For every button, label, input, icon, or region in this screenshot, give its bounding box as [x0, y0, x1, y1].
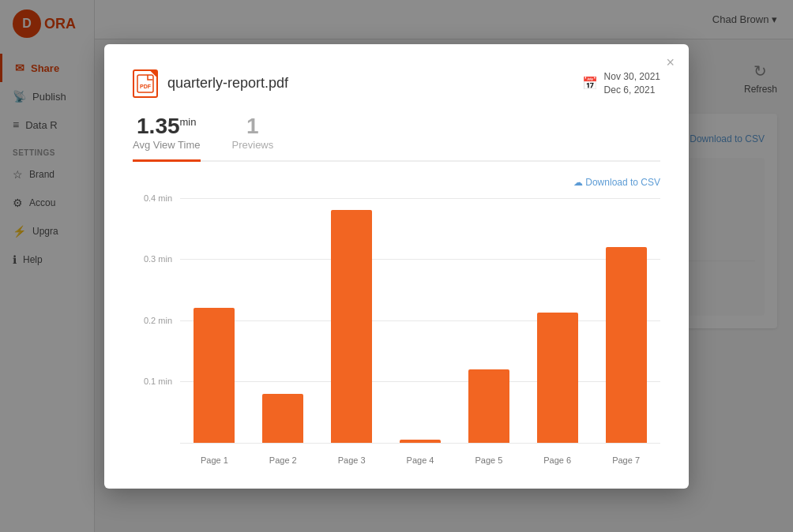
- y-label-1: 0.1 min: [133, 377, 179, 386]
- tab-previews[interactable]: 1 Previews: [232, 114, 274, 160]
- modal: × PDF quarterly-report.pdf 📅 Nov 30, 202…: [104, 44, 689, 489]
- bar-label-page3: Page 3: [338, 455, 366, 465]
- bar-page3: Page 3: [331, 210, 372, 443]
- bar-label-page5: Page 5: [475, 455, 502, 465]
- avg-view-time-label: Avg View Time: [133, 139, 201, 151]
- modal-header: PDF quarterly-report.pdf 📅 Nov 30, 2021 …: [133, 69, 660, 98]
- previews-value: 1: [246, 114, 259, 139]
- modal-close-button[interactable]: ×: [666, 55, 675, 69]
- bar-page1: Page 1: [194, 308, 235, 443]
- modal-date-range: 📅 Nov 30, 2021 Dec 6, 2021: [582, 70, 660, 97]
- bar-page6: Page 6: [537, 313, 578, 442]
- date-from: Nov 30, 2021: [604, 70, 660, 84]
- stats-tabs: 1.35min Avg View Time 1 Previews: [133, 114, 660, 162]
- bar-page5: Page 5: [468, 369, 509, 443]
- bar-group-page3: Page 3: [318, 198, 386, 443]
- bar-group-page1: Page 1: [180, 198, 249, 443]
- modal-overlay: × PDF quarterly-report.pdf 📅 Nov 30, 202…: [0, 0, 793, 532]
- bar-group-page4: Page 4: [386, 198, 455, 443]
- date-lines: Nov 30, 2021 Dec 6, 2021: [604, 70, 660, 97]
- bar-label-page6: Page 6: [543, 455, 571, 465]
- bar-group-page6: Page 6: [523, 198, 592, 443]
- bar-page4: Page 4: [400, 440, 441, 442]
- bars-area: Page 1 Page 2 Page 3: [180, 198, 660, 443]
- avg-view-time-value: 1.35min: [137, 114, 196, 139]
- bar-label-page2: Page 2: [269, 455, 297, 465]
- modal-filename: quarterly-report.pdf: [167, 75, 288, 92]
- bar-group-page5: Page 5: [454, 198, 523, 443]
- bar-group-page7: Page 7: [592, 198, 660, 443]
- y-label-3: 0.3 min: [133, 254, 179, 264]
- y-label-2: 0.2 min: [133, 316, 179, 325]
- bar-page2: Page 2: [262, 394, 303, 443]
- chart-container: 0.4 min 0.3 min 0.2 min 0.1 min Page 1: [133, 198, 660, 466]
- y-axis: 0.4 min 0.3 min 0.2 min 0.1 min: [133, 198, 179, 443]
- svg-text:PDF: PDF: [140, 84, 152, 89]
- previews-label: Previews: [232, 139, 274, 151]
- modal-download-area: ☁ Download to CSV: [133, 174, 660, 189]
- pdf-file-icon: PDF: [133, 69, 158, 98]
- modal-download-csv-link[interactable]: ☁ Download to CSV: [573, 177, 660, 188]
- y-label-4: 0.4 min: [133, 193, 179, 203]
- bar-group-page2: Page 2: [249, 198, 318, 443]
- calendar-icon: 📅: [582, 76, 598, 91]
- bar-label-page1: Page 1: [201, 455, 228, 465]
- bar-label-page7: Page 7: [612, 455, 640, 465]
- grid-line-0: [180, 443, 660, 444]
- date-to: Dec 6, 2021: [604, 84, 660, 97]
- bar-label-page4: Page 4: [407, 455, 434, 465]
- bar-page7: Page 7: [606, 247, 647, 443]
- tab-avg-view-time[interactable]: 1.35min Avg View Time: [133, 114, 201, 160]
